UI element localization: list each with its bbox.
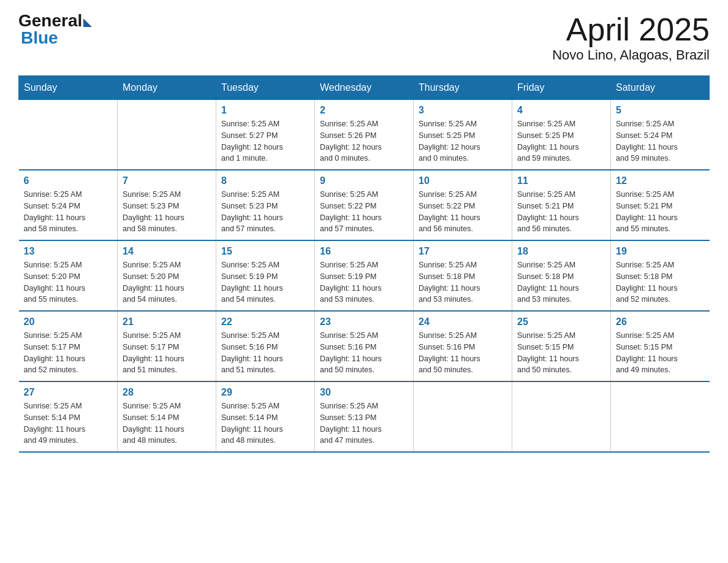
day-number: 14 <box>123 246 211 257</box>
week-row-3: 13Sunrise: 5:25 AM Sunset: 5:20 PM Dayli… <box>19 240 710 311</box>
calendar-cell: 21Sunrise: 5:25 AM Sunset: 5:17 PM Dayli… <box>118 311 216 381</box>
calendar-cell: 30Sunrise: 5:25 AM Sunset: 5:13 PM Dayli… <box>315 381 414 452</box>
day-number: 18 <box>517 246 605 257</box>
day-number: 1 <box>221 105 309 116</box>
day-number: 19 <box>616 246 705 257</box>
day-info: Sunrise: 5:25 AM Sunset: 5:14 PM Dayligh… <box>123 400 211 446</box>
weekday-header-thursday: Thursday <box>414 76 512 100</box>
calendar-cell <box>414 381 512 452</box>
calendar-cell: 28Sunrise: 5:25 AM Sunset: 5:14 PM Dayli… <box>118 381 216 452</box>
day-number: 29 <box>221 387 309 398</box>
day-number: 21 <box>123 316 211 327</box>
calendar-cell <box>512 381 611 452</box>
day-number: 28 <box>123 387 211 398</box>
calendar-cell: 24Sunrise: 5:25 AM Sunset: 5:16 PM Dayli… <box>414 311 512 381</box>
week-row-2: 6Sunrise: 5:25 AM Sunset: 5:24 PM Daylig… <box>19 170 710 240</box>
calendar-cell: 3Sunrise: 5:25 AM Sunset: 5:25 PM Daylig… <box>414 100 512 170</box>
weekday-header-row: SundayMondayTuesdayWednesdayThursdayFrid… <box>19 76 710 100</box>
day-info: Sunrise: 5:25 AM Sunset: 5:20 PM Dayligh… <box>24 259 113 305</box>
calendar-cell <box>611 381 710 452</box>
calendar-subtitle: Novo Lino, Alagoas, Brazil <box>552 47 710 63</box>
day-info: Sunrise: 5:25 AM Sunset: 5:18 PM Dayligh… <box>517 259 605 305</box>
day-info: Sunrise: 5:25 AM Sunset: 5:24 PM Dayligh… <box>616 118 705 164</box>
day-number: 2 <box>320 105 408 116</box>
day-number: 23 <box>320 316 408 327</box>
day-info: Sunrise: 5:25 AM Sunset: 5:25 PM Dayligh… <box>419 118 507 164</box>
calendar-cell: 11Sunrise: 5:25 AM Sunset: 5:21 PM Dayli… <box>512 170 611 240</box>
day-info: Sunrise: 5:25 AM Sunset: 5:16 PM Dayligh… <box>419 330 507 376</box>
calendar-cell: 25Sunrise: 5:25 AM Sunset: 5:15 PM Dayli… <box>512 311 611 381</box>
weekday-header-friday: Friday <box>512 76 611 100</box>
logo-blue-text: Blue <box>21 29 58 47</box>
weekday-header-sunday: Sunday <box>19 76 118 100</box>
day-info: Sunrise: 5:25 AM Sunset: 5:21 PM Dayligh… <box>517 189 605 235</box>
calendar-cell: 23Sunrise: 5:25 AM Sunset: 5:16 PM Dayli… <box>315 311 414 381</box>
day-number: 4 <box>517 105 605 116</box>
calendar-cell: 8Sunrise: 5:25 AM Sunset: 5:23 PM Daylig… <box>216 170 315 240</box>
calendar-cell: 18Sunrise: 5:25 AM Sunset: 5:18 PM Dayli… <box>512 240 611 311</box>
day-info: Sunrise: 5:25 AM Sunset: 5:23 PM Dayligh… <box>221 189 309 235</box>
day-number: 25 <box>517 316 605 327</box>
day-number: 16 <box>320 246 408 257</box>
calendar-cell: 13Sunrise: 5:25 AM Sunset: 5:20 PM Dayli… <box>19 240 118 311</box>
logo-general-text: General <box>18 12 82 29</box>
day-number: 5 <box>616 105 705 116</box>
day-number: 13 <box>24 246 113 257</box>
calendar-title: April 2025 <box>552 12 710 47</box>
day-number: 8 <box>221 175 309 186</box>
weekday-header-saturday: Saturday <box>611 76 710 100</box>
day-info: Sunrise: 5:25 AM Sunset: 5:15 PM Dayligh… <box>616 330 705 376</box>
day-number: 17 <box>419 246 507 257</box>
page-header: General Blue April 2025 Novo Lino, Alago… <box>18 12 710 63</box>
day-info: Sunrise: 5:25 AM Sunset: 5:20 PM Dayligh… <box>123 259 211 305</box>
week-row-1: 1Sunrise: 5:25 AM Sunset: 5:27 PM Daylig… <box>19 100 710 170</box>
calendar-cell: 22Sunrise: 5:25 AM Sunset: 5:16 PM Dayli… <box>216 311 315 381</box>
calendar-cell: 14Sunrise: 5:25 AM Sunset: 5:20 PM Dayli… <box>118 240 216 311</box>
logo-triangle-icon <box>83 18 92 27</box>
calendar-cell <box>118 100 216 170</box>
day-info: Sunrise: 5:25 AM Sunset: 5:25 PM Dayligh… <box>517 118 605 164</box>
day-info: Sunrise: 5:25 AM Sunset: 5:24 PM Dayligh… <box>24 189 113 235</box>
calendar-cell: 5Sunrise: 5:25 AM Sunset: 5:24 PM Daylig… <box>611 100 710 170</box>
week-row-4: 20Sunrise: 5:25 AM Sunset: 5:17 PM Dayli… <box>19 311 710 381</box>
day-info: Sunrise: 5:25 AM Sunset: 5:22 PM Dayligh… <box>419 189 507 235</box>
day-info: Sunrise: 5:25 AM Sunset: 5:16 PM Dayligh… <box>320 330 408 376</box>
logo: General Blue <box>18 12 92 47</box>
day-info: Sunrise: 5:25 AM Sunset: 5:18 PM Dayligh… <box>616 259 705 305</box>
day-info: Sunrise: 5:25 AM Sunset: 5:23 PM Dayligh… <box>123 189 211 235</box>
calendar-cell: 7Sunrise: 5:25 AM Sunset: 5:23 PM Daylig… <box>118 170 216 240</box>
day-number: 20 <box>24 316 113 327</box>
calendar-cell: 26Sunrise: 5:25 AM Sunset: 5:15 PM Dayli… <box>611 311 710 381</box>
calendar-cell: 9Sunrise: 5:25 AM Sunset: 5:22 PM Daylig… <box>315 170 414 240</box>
day-number: 22 <box>221 316 309 327</box>
calendar-cell: 6Sunrise: 5:25 AM Sunset: 5:24 PM Daylig… <box>19 170 118 240</box>
day-info: Sunrise: 5:25 AM Sunset: 5:22 PM Dayligh… <box>320 189 408 235</box>
week-row-5: 27Sunrise: 5:25 AM Sunset: 5:14 PM Dayli… <box>19 381 710 452</box>
day-number: 10 <box>419 175 507 186</box>
day-info: Sunrise: 5:25 AM Sunset: 5:14 PM Dayligh… <box>24 400 113 446</box>
day-info: Sunrise: 5:25 AM Sunset: 5:17 PM Dayligh… <box>24 330 113 376</box>
day-number: 24 <box>419 316 507 327</box>
day-info: Sunrise: 5:25 AM Sunset: 5:19 PM Dayligh… <box>320 259 408 305</box>
day-number: 12 <box>616 175 705 186</box>
calendar-cell: 12Sunrise: 5:25 AM Sunset: 5:21 PM Dayli… <box>611 170 710 240</box>
calendar-cell: 29Sunrise: 5:25 AM Sunset: 5:14 PM Dayli… <box>216 381 315 452</box>
day-number: 9 <box>320 175 408 186</box>
day-info: Sunrise: 5:25 AM Sunset: 5:17 PM Dayligh… <box>123 330 211 376</box>
calendar-cell: 20Sunrise: 5:25 AM Sunset: 5:17 PM Dayli… <box>19 311 118 381</box>
calendar-cell: 27Sunrise: 5:25 AM Sunset: 5:14 PM Dayli… <box>19 381 118 452</box>
day-number: 3 <box>419 105 507 116</box>
weekday-header-wednesday: Wednesday <box>315 76 414 100</box>
calendar-cell: 17Sunrise: 5:25 AM Sunset: 5:18 PM Dayli… <box>414 240 512 311</box>
calendar-cell: 4Sunrise: 5:25 AM Sunset: 5:25 PM Daylig… <box>512 100 611 170</box>
weekday-header-tuesday: Tuesday <box>216 76 315 100</box>
calendar-cell: 10Sunrise: 5:25 AM Sunset: 5:22 PM Dayli… <box>414 170 512 240</box>
calendar-cell: 15Sunrise: 5:25 AM Sunset: 5:19 PM Dayli… <box>216 240 315 311</box>
calendar-cell: 19Sunrise: 5:25 AM Sunset: 5:18 PM Dayli… <box>611 240 710 311</box>
day-number: 30 <box>320 387 408 398</box>
day-info: Sunrise: 5:25 AM Sunset: 5:27 PM Dayligh… <box>221 118 309 164</box>
day-number: 6 <box>24 175 113 186</box>
day-info: Sunrise: 5:25 AM Sunset: 5:15 PM Dayligh… <box>517 330 605 376</box>
day-info: Sunrise: 5:25 AM Sunset: 5:16 PM Dayligh… <box>221 330 309 376</box>
day-number: 27 <box>24 387 113 398</box>
